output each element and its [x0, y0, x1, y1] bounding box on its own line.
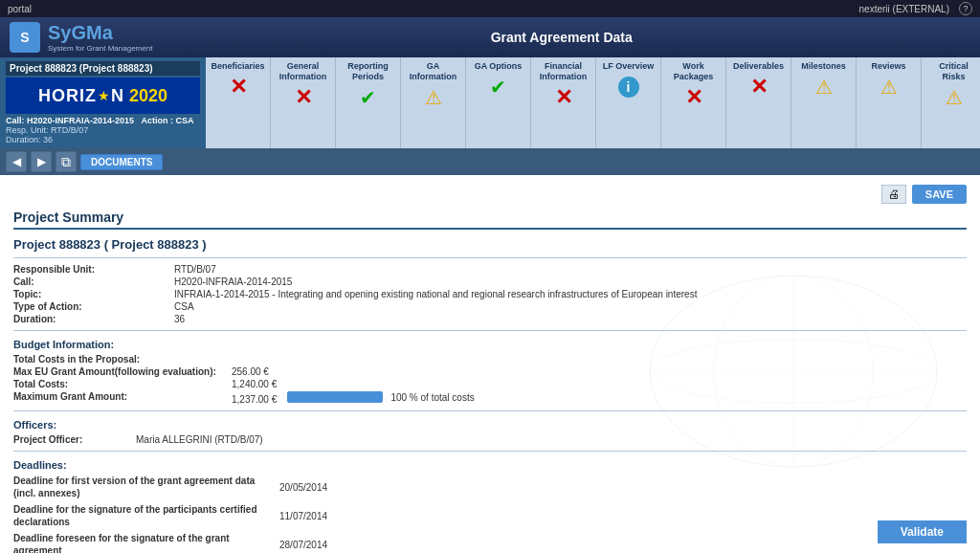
call-field-value: H2020-INFRAIA-2014-2015 [174, 276, 967, 287]
tab-status-icon: ✕ [226, 75, 251, 100]
project-title: Project 888823 ( Project 888823 ) [13, 237, 967, 252]
tab-status-icon: ⚠ [421, 85, 446, 110]
section-header: Project Summary [13, 210, 967, 230]
tab-status-icon: ✔ [356, 85, 381, 110]
info-icon: i [618, 77, 639, 98]
deadline3-value: 28/07/2014 [279, 540, 394, 550]
tab-status-icon: ✔ [486, 75, 511, 100]
progress-bar-container: 100 % of total costs [287, 391, 474, 403]
help-button[interactable]: ? [959, 2, 972, 15]
max-grant-label: Maximum Grant Amount: [13, 391, 224, 405]
tab-status-icon: ⚠ [877, 75, 902, 100]
tab-status-icon: i [616, 75, 641, 100]
logo-name: SyGMa [48, 22, 152, 44]
deadline1-label: Deadline for first version of the grant … [13, 475, 262, 499]
tab-label: GA Options [475, 61, 523, 72]
nav-prev-button[interactable]: ◀ [6, 151, 27, 172]
nav-next-button[interactable]: ▶ [31, 151, 52, 172]
budget-grid: Total Costs in the Proposal: Max EU Gran… [13, 354, 967, 405]
tab-label: Financial Information [537, 61, 590, 82]
horizon-logo: HORIZ ★ N 2020 [6, 77, 200, 114]
x-icon: ✕ [750, 75, 768, 100]
top-action-bar: 🖨 SAVE [13, 185, 967, 204]
check-icon: ✔ [360, 86, 376, 109]
copy-button[interactable]: ⧉ [56, 151, 77, 172]
documents-button[interactable]: DOCUMENTS [80, 154, 163, 170]
officers-section-title: Officers: [13, 419, 967, 431]
deadline3-label: Deadline foreseen for the signature of t… [13, 532, 262, 553]
tab-status-icon: ✕ [746, 75, 771, 100]
toolbar: ◀ ▶ ⧉ DOCUMENTS [0, 148, 980, 175]
nav-tabs: Beneficiaries✕General Information✕Report… [206, 57, 980, 148]
topic-value: INFRAIA-1-2014-2015 - Integrating and op… [174, 289, 967, 299]
tab-label: Reviews [871, 61, 905, 72]
total-costs-value: 1,240.00 € [232, 379, 967, 389]
tab-reporting-periods[interactable]: Reporting Periods✔ [336, 57, 401, 148]
deadlines-grid: Deadline for first version of the grant … [13, 475, 967, 553]
officer-label: Project Officer: [13, 434, 128, 445]
tab-label: Reporting Periods [342, 61, 394, 82]
warning-icon: ⚠ [880, 76, 898, 99]
tab-ga-information[interactable]: GA Information⚠ [401, 57, 466, 148]
tab-label: GA Information [407, 61, 459, 82]
tab-financial-information[interactable]: Financial Information✕ [531, 57, 596, 148]
tab-critical-risks[interactable]: Critical Risks⚠ [922, 57, 980, 148]
check-icon: ✔ [490, 76, 506, 99]
tab-reviews[interactable]: Reviews⚠ [857, 57, 922, 148]
tab-label: Beneficiaries [211, 61, 264, 72]
tab-deliverables[interactable]: Deliverables✕ [726, 57, 791, 148]
total-costs-label: Total Costs: [13, 379, 224, 389]
type-value: CSA [174, 301, 967, 312]
print-button[interactable]: 🖨 [881, 185, 906, 204]
duration-label: Duration: [13, 314, 167, 324]
progress-bar [287, 391, 383, 403]
topic-label: Topic: [13, 289, 167, 299]
call-field-label: Call: [13, 276, 167, 287]
tab-status-icon: ⚠ [812, 75, 836, 100]
portal-link[interactable]: portal [8, 4, 32, 14]
tab-lf-overview[interactable]: LF Overviewi [596, 57, 661, 148]
tab-label: General Information [277, 61, 329, 82]
tab-label: Milestones [801, 61, 846, 72]
officers-grid: Project Officer: Maria ALLEGRINI (RTD/B/… [13, 434, 967, 445]
total-costs-proposal-label: Total Costs in the Proposal: [13, 354, 224, 365]
top-bar: portal nexterii (EXTERNAL) ? [0, 0, 980, 17]
warning-icon: ⚠ [946, 86, 963, 109]
tab-ga-options[interactable]: GA Options✔ [466, 57, 531, 148]
deadline1-value: 20/05/2014 [279, 482, 394, 493]
max-grant-value: 1,237.00 € 100 % of total costs [232, 391, 967, 405]
type-label: Type of Action: [13, 301, 167, 312]
officer-value: Maria ALLEGRINI (RTD/B/07) [136, 434, 967, 445]
logo-area: S SyGMa System for Grant Management [10, 22, 152, 53]
content-area: 🖨 SAVE Project Summary Project 888823 ( … [0, 175, 980, 553]
divider-4 [13, 451, 967, 452]
main-content: 🖨 SAVE Project Summary Project 888823 ( … [0, 175, 980, 553]
budget-section-title: Budget Information: [13, 339, 967, 350]
logo-subtitle: System for Grant Management [48, 44, 152, 53]
responsible-unit-value: RTD/B/07 [174, 264, 967, 275]
deadline2-label: Deadline for the signature of the partic… [13, 503, 262, 528]
validate-button[interactable]: Validate [878, 520, 967, 543]
tab-general-information[interactable]: General Information✕ [271, 57, 336, 148]
tab-label: Critical Risks [927, 61, 980, 82]
x-icon: ✕ [230, 75, 247, 100]
tab-status-icon: ✕ [681, 85, 706, 110]
tab-work-packages[interactable]: Work Packages✕ [661, 57, 726, 148]
responsible-unit-label: Responsible Unit: [13, 264, 167, 275]
tab-status-icon: ✕ [551, 85, 576, 110]
tab-status-icon: ⚠ [942, 85, 967, 110]
x-icon: ✕ [295, 85, 312, 110]
deadline2-value: 11/07/2014 [279, 511, 394, 521]
total-costs-proposal-value [232, 354, 967, 365]
project-label: Project 888823 (Project 888823) [6, 61, 200, 76]
tab-milestones[interactable]: Milestones⚠ [791, 57, 857, 148]
tab-label: LF Overview [603, 61, 655, 72]
tab-beneficiaries[interactable]: Beneficiaries✕ [206, 57, 271, 148]
user-label: nexterii (EXTERNAL) [859, 4, 949, 14]
deadlines-section-title: Deadlines: [13, 459, 967, 471]
x-icon: ✕ [555, 85, 572, 110]
max-eu-value: 256.00 € [232, 366, 967, 377]
project-bar: Project 888823 (Project 888823) HORIZ ★ … [0, 57, 980, 148]
save-button[interactable]: SAVE [912, 185, 967, 204]
logo-text: SyGMa System for Grant Management [48, 22, 152, 53]
